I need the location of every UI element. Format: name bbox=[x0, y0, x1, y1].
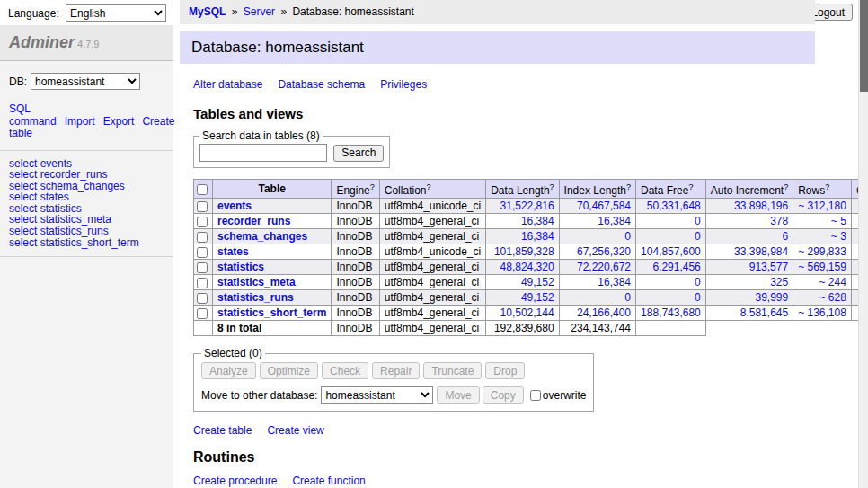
row-checkbox-statistics-meta[interactable] bbox=[197, 278, 208, 288]
column-header-table[interactable]: Table bbox=[213, 180, 332, 199]
data-length-cell[interactable]: 49,152 bbox=[486, 275, 559, 290]
search-button[interactable]: Search bbox=[333, 145, 384, 162]
rows-estimate-cell[interactable]: ~ 5 bbox=[793, 214, 852, 229]
help-link[interactable]: ? bbox=[550, 182, 554, 191]
table-link-statistics[interactable]: statistics bbox=[217, 261, 264, 273]
data-free-cell[interactable]: 0 bbox=[636, 275, 706, 290]
index-length-cell[interactable]: 67,256,320 bbox=[559, 244, 635, 260]
sidebar-select-recorder-runs[interactable]: select recorder_runs bbox=[9, 169, 164, 181]
index-length-cell[interactable]: 16,384 bbox=[559, 214, 635, 229]
rows-estimate-cell[interactable]: ~ 299,833 bbox=[793, 244, 852, 260]
data-length-cell[interactable]: 48,824,320 bbox=[486, 260, 559, 275]
row-checkbox-schema-changes[interactable] bbox=[197, 232, 208, 243]
table-link-recorder-runs[interactable]: recorder_runs bbox=[217, 215, 290, 227]
data-length-cell[interactable]: 10,502,144 bbox=[486, 306, 559, 321]
search-input[interactable] bbox=[199, 144, 327, 162]
db-action-database-schema[interactable]: Database schema bbox=[278, 78, 365, 91]
help-link[interactable]: ? bbox=[688, 182, 693, 191]
db-action-alter-database[interactable]: Alter database bbox=[193, 78, 262, 91]
auto-increment-cell[interactable]: 378 bbox=[705, 214, 793, 229]
rows-estimate-cell[interactable]: ~ 244 bbox=[793, 275, 852, 290]
table-link-schema-changes[interactable]: schema_changes bbox=[217, 230, 307, 243]
data-free-cell[interactable]: 0 bbox=[636, 229, 706, 244]
row-checkbox-recorder-runs[interactable] bbox=[197, 217, 208, 227]
data-free-cell[interactable]: 6,291,456 bbox=[636, 260, 706, 275]
data-free-cell[interactable]: 188,743,680 bbox=[636, 306, 706, 321]
routine-create-function[interactable]: Create function bbox=[292, 475, 365, 487]
repair-button[interactable]: Repair bbox=[372, 362, 420, 379]
check-button[interactable]: Check bbox=[322, 362, 368, 379]
sidebar-link-sql-command[interactable]: SQL command bbox=[9, 102, 57, 128]
auto-increment-cell[interactable]: 33,398,984 bbox=[705, 244, 793, 260]
column-header-engine[interactable]: Engine? bbox=[332, 180, 379, 199]
index-length-cell[interactable]: 0 bbox=[559, 229, 635, 244]
rows-estimate-cell[interactable]: ~ 3 bbox=[793, 229, 852, 244]
move-button[interactable]: Move bbox=[437, 386, 479, 404]
index-length-cell[interactable]: 0 bbox=[559, 290, 635, 306]
column-header-data-length[interactable]: Data Length? bbox=[486, 180, 559, 199]
row-checkbox-events[interactable] bbox=[197, 201, 208, 212]
auto-increment-cell[interactable]: 39,999 bbox=[705, 290, 793, 306]
create-create-table[interactable]: Create table bbox=[193, 424, 252, 437]
data-free-cell[interactable]: 0 bbox=[636, 214, 706, 229]
table-link-statistics-meta[interactable]: statistics_meta bbox=[217, 276, 296, 288]
row-checkbox-statistics[interactable] bbox=[197, 262, 208, 273]
sidebar-select-statistics-runs[interactable]: select statistics_runs bbox=[9, 226, 164, 237]
row-checkbox-statistics-runs[interactable] bbox=[197, 293, 208, 304]
data-free-cell[interactable]: 0 bbox=[636, 290, 706, 306]
auto-increment-cell[interactable]: 913,577 bbox=[705, 260, 793, 275]
sidebar-select-statistics-short-term[interactable]: select statistics_short_term bbox=[9, 237, 164, 249]
breadcrumb-mysql[interactable]: MySQL bbox=[189, 5, 226, 18]
db-select[interactable]: homeassistant bbox=[31, 73, 140, 90]
brand-name[interactable]: Adminer bbox=[9, 33, 75, 51]
optimize-button[interactable]: Optimize bbox=[260, 362, 318, 379]
auto-increment-cell[interactable]: 8,581,645 bbox=[705, 306, 793, 321]
overwrite-checkbox[interactable] bbox=[530, 390, 541, 401]
scrollbar[interactable] bbox=[858, 0, 868, 488]
data-length-cell[interactable]: 31,522,816 bbox=[486, 199, 559, 214]
rows-estimate-cell[interactable]: ~ 312,180 bbox=[793, 199, 852, 214]
analyze-button[interactable]: Analyze bbox=[201, 362, 256, 379]
help-link[interactable]: ? bbox=[626, 182, 631, 191]
help-link[interactable]: ? bbox=[370, 182, 375, 191]
column-header-rows[interactable]: Rows? bbox=[793, 180, 852, 199]
table-link-events[interactable]: events bbox=[217, 200, 252, 212]
breadcrumb-server[interactable]: Server bbox=[244, 5, 275, 18]
row-checkbox-statistics-short-term[interactable] bbox=[197, 308, 208, 319]
help-link[interactable]: ? bbox=[426, 182, 430, 191]
sidebar-link-export[interactable]: Export bbox=[103, 115, 135, 128]
select-all-checkbox[interactable] bbox=[197, 184, 208, 195]
overwrite-toggle[interactable]: overwrite bbox=[530, 389, 587, 402]
language-select[interactable]: English bbox=[66, 4, 166, 22]
data-length-cell[interactable]: 49,152 bbox=[486, 290, 559, 306]
index-length-cell[interactable]: 16,384 bbox=[559, 275, 635, 290]
help-link[interactable]: ? bbox=[784, 182, 788, 191]
db-action-privileges[interactable]: Privileges bbox=[380, 78, 427, 91]
data-free-cell[interactable]: 104,857,600 bbox=[636, 244, 706, 260]
data-length-cell[interactable]: 101,859,328 bbox=[486, 244, 559, 260]
column-header-collation[interactable]: Collation? bbox=[379, 180, 485, 199]
copy-button[interactable]: Copy bbox=[483, 386, 524, 404]
drop-button[interactable]: Drop bbox=[485, 362, 525, 379]
data-free-cell[interactable]: 50,331,648 bbox=[636, 199, 706, 214]
table-link-statistics-short-term[interactable]: statistics_short_term bbox=[217, 306, 326, 319]
scrollbar-thumb[interactable] bbox=[860, 0, 868, 92]
rows-estimate-cell[interactable]: ~ 628 bbox=[793, 290, 852, 306]
column-header-auto-increment[interactable]: Auto Increment? bbox=[705, 180, 793, 199]
row-checkbox-states[interactable] bbox=[197, 247, 208, 258]
index-length-cell[interactable]: 72,220,672 bbox=[559, 260, 635, 275]
truncate-button[interactable]: Truncate bbox=[423, 362, 482, 379]
table-link-states[interactable]: states bbox=[217, 245, 249, 258]
rows-estimate-cell[interactable]: ~ 136,108 bbox=[793, 306, 852, 321]
data-length-cell[interactable]: 16,384 bbox=[486, 214, 559, 229]
index-length-cell[interactable]: 70,467,584 bbox=[559, 199, 635, 214]
routine-create-procedure[interactable]: Create procedure bbox=[193, 475, 277, 487]
rows-estimate-cell[interactable]: ~ 569,159 bbox=[793, 260, 852, 275]
auto-increment-cell[interactable]: 33,898,196 bbox=[705, 199, 793, 214]
column-header-index-length[interactable]: Index Length? bbox=[559, 180, 635, 199]
auto-increment-cell[interactable]: 6 bbox=[705, 229, 793, 244]
table-link-statistics-runs[interactable]: statistics_runs bbox=[217, 291, 294, 304]
column-header-data-free[interactable]: Data Free? bbox=[636, 180, 706, 199]
auto-increment-cell[interactable]: 325 bbox=[705, 275, 793, 290]
index-length-cell[interactable]: 24,166,400 bbox=[559, 306, 635, 321]
